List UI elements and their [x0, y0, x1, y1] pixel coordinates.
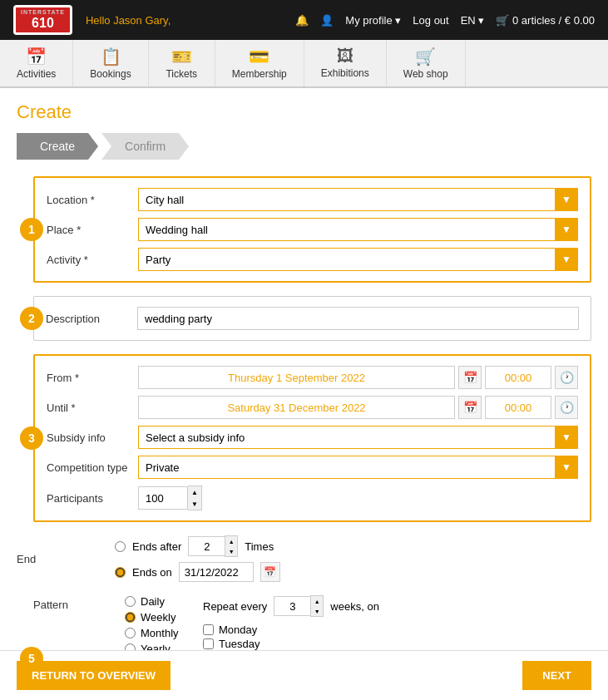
- ends-on-row: Ends on 📅: [115, 562, 280, 582]
- times-label: Times: [245, 540, 274, 553]
- daily-label: Daily: [141, 595, 165, 608]
- subsidy-select[interactable]: Select a subsidy info: [138, 426, 578, 449]
- competition-row: Competition type Private ▼: [47, 456, 578, 479]
- section-3: 3 From * 📅 🕐 Until * 📅 🕐: [33, 354, 591, 522]
- nav-membership[interactable]: 💳 Membership: [215, 40, 304, 86]
- description-row: Description: [46, 307, 579, 330]
- from-label: From *: [47, 372, 138, 384]
- nav-exhibitions-label: Exhibitions: [321, 67, 369, 79]
- repeat-spin-buttons: ▲ ▼: [310, 595, 324, 617]
- logout-link[interactable]: Log out: [413, 14, 448, 27]
- my-profile-link[interactable]: My profile ▾: [345, 14, 401, 27]
- from-calendar-icon[interactable]: 📅: [458, 366, 482, 389]
- location-select[interactable]: City hall: [138, 188, 578, 211]
- from-date-input[interactable]: [138, 366, 455, 389]
- repeat-every-label: Repeat every: [203, 600, 267, 613]
- place-select-wrapper[interactable]: Wedding hall ▼: [138, 218, 578, 241]
- end-section: End Ends after ▲ ▼ Times: [17, 535, 591, 582]
- ends-after-spin-buttons: ▲ ▼: [225, 535, 238, 557]
- nav-webshop-label: Web shop: [403, 68, 448, 80]
- nav-activities-label: Activities: [17, 68, 56, 80]
- monday-label: Monday: [219, 624, 257, 636]
- monthly-label: Monthly: [141, 627, 179, 639]
- weekly-option[interactable]: Weekly: [125, 611, 183, 624]
- activities-icon: 📅: [26, 47, 47, 67]
- repeat-increment[interactable]: ▲: [311, 596, 323, 606]
- exhibitions-icon: 🖼: [337, 47, 353, 66]
- participants-label: Participants: [47, 492, 138, 505]
- section-1-inner: Location * City hall ▼ Place * Wedding h…: [33, 176, 591, 283]
- until-time-input[interactable]: [485, 396, 551, 419]
- description-input[interactable]: [137, 307, 579, 330]
- monthly-option[interactable]: Monthly: [125, 627, 183, 639]
- daily-option[interactable]: Daily: [125, 595, 183, 608]
- activity-select-wrapper[interactable]: Party ▼: [138, 248, 578, 271]
- description-label: Description: [46, 313, 137, 325]
- main-nav: 📅 Activities 📋 Bookings 🎫 Tickets 💳 Memb…: [0, 40, 608, 88]
- header-actions: 🔔 👤 My profile ▾ Log out EN ▾ 🛒 0 articl…: [295, 14, 595, 27]
- bell-icon[interactable]: 🔔: [295, 14, 309, 27]
- competition-select[interactable]: Private: [138, 456, 578, 479]
- ends-after-increment[interactable]: ▲: [225, 536, 237, 546]
- ends-after-decrement[interactable]: ▼: [225, 546, 237, 556]
- from-clock-icon[interactable]: 🕐: [555, 366, 578, 389]
- tuesday-checkbox[interactable]: [203, 638, 214, 649]
- monday-checkbox[interactable]: [203, 624, 214, 635]
- ends-on-radio[interactable]: [115, 567, 126, 578]
- cart-link[interactable]: 🛒 0 articles / € 0.00: [496, 14, 595, 27]
- daily-radio[interactable]: [125, 596, 136, 607]
- until-date-input[interactable]: [138, 396, 455, 419]
- from-time-input[interactable]: [485, 366, 551, 389]
- nav-activities[interactable]: 📅 Activities: [0, 40, 73, 86]
- step-create[interactable]: Create: [17, 133, 98, 160]
- end-row: End Ends after ▲ ▼ Times: [17, 535, 591, 582]
- repeat-decrement[interactable]: ▼: [311, 606, 323, 616]
- nav-tickets[interactable]: 🎫 Tickets: [149, 40, 215, 86]
- step-confirm[interactable]: Confirm: [101, 133, 189, 160]
- nav-membership-label: Membership: [232, 68, 287, 80]
- section-1: 1 Location * City hall ▼ Place * Wedding…: [33, 176, 591, 283]
- nav-webshop[interactable]: 🛒 Web shop: [387, 40, 466, 86]
- nav-exhibitions[interactable]: 🖼 Exhibitions: [304, 40, 387, 86]
- step-confirm-label: Confirm: [125, 140, 166, 153]
- hello-text: Hello Jason Gary,: [86, 14, 282, 27]
- activity-select[interactable]: Party: [138, 248, 578, 271]
- subsidy-select-wrapper[interactable]: Select a subsidy info ▼: [138, 426, 578, 449]
- nav-bookings[interactable]: 📋 Bookings: [73, 40, 148, 86]
- until-clock-icon[interactable]: 🕐: [555, 396, 578, 419]
- monday-day[interactable]: Monday: [203, 624, 379, 636]
- footer: RETURN TO OVERVIEW NEXT: [0, 650, 608, 700]
- ends-after-radio[interactable]: [115, 541, 126, 552]
- ends-on-calendar-icon[interactable]: 📅: [260, 562, 280, 582]
- ends-after-input[interactable]: [188, 536, 225, 556]
- badge-2: 2: [20, 307, 43, 330]
- until-calendar-icon[interactable]: 📅: [458, 396, 482, 419]
- participants-increment[interactable]: ▲: [188, 486, 201, 498]
- logo[interactable]: INTERSTATE 610: [13, 5, 72, 34]
- weekly-radio[interactable]: [125, 612, 136, 623]
- tuesday-label: Tuesday: [219, 638, 260, 650]
- main-content: Create Create Confirm 1 Location * City …: [0, 88, 608, 700]
- participants-decrement[interactable]: ▼: [188, 498, 201, 510]
- tuesday-day[interactable]: Tuesday: [203, 638, 379, 650]
- competition-label: Competition type: [47, 461, 138, 474]
- place-label: Place *: [47, 224, 138, 236]
- repeat-input[interactable]: [274, 596, 310, 616]
- participants-spin-buttons: ▲ ▼: [188, 486, 202, 510]
- membership-icon: 💳: [249, 47, 269, 67]
- competition-select-wrapper[interactable]: Private ▼: [138, 456, 578, 479]
- participants-spinner: ▲ ▼: [138, 486, 202, 510]
- next-button[interactable]: NEXT: [522, 661, 591, 690]
- webshop-icon: 🛒: [415, 47, 436, 67]
- language-selector[interactable]: EN ▾: [461, 14, 485, 27]
- until-datetime: 📅 🕐: [138, 396, 578, 419]
- logo-number: 610: [32, 16, 54, 31]
- location-select-wrapper[interactable]: City hall ▼: [138, 188, 578, 211]
- ends-on-date-input[interactable]: [179, 562, 254, 582]
- place-select[interactable]: Wedding hall: [138, 218, 578, 241]
- monthly-radio[interactable]: [125, 628, 136, 638]
- participants-row: Participants ▲ ▼: [47, 486, 578, 510]
- participants-input[interactable]: [138, 486, 188, 510]
- badge-5: 5: [20, 647, 43, 670]
- logo-interstate: INTERSTATE: [21, 9, 65, 16]
